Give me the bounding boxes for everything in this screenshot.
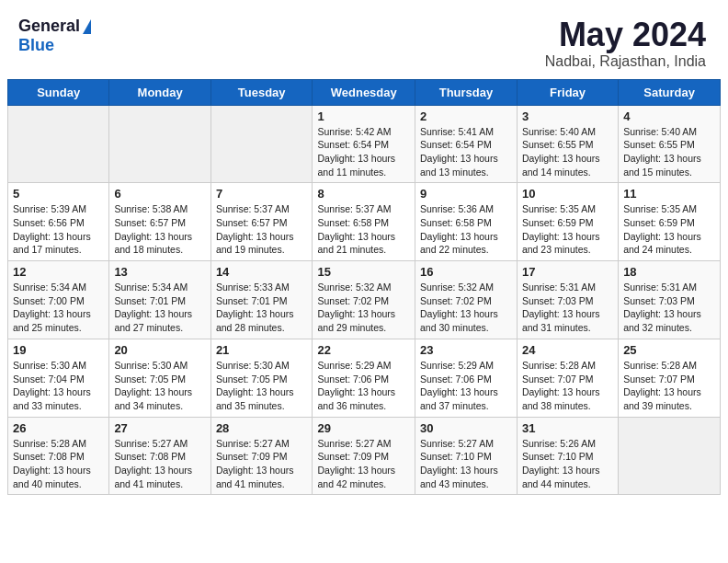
day-info: Sunrise: 5:27 AM Sunset: 7:10 PM Dayligh… [420,437,512,491]
calendar-cell: 11Sunrise: 5:35 AM Sunset: 6:59 PM Dayli… [619,183,721,261]
week-row-2: 5Sunrise: 5:39 AM Sunset: 6:56 PM Daylig… [8,183,721,261]
day-info: Sunrise: 5:28 AM Sunset: 7:07 PM Dayligh… [623,359,715,413]
calendar-title: May 2024 [545,17,706,53]
week-row-4: 19Sunrise: 5:30 AM Sunset: 7:04 PM Dayli… [8,339,721,417]
calendar-cell: 31Sunrise: 5:26 AM Sunset: 7:10 PM Dayli… [517,417,618,495]
day-info: Sunrise: 5:32 AM Sunset: 7:02 PM Dayligh… [317,281,410,335]
calendar-cell: 3Sunrise: 5:40 AM Sunset: 6:55 PM Daylig… [517,105,618,183]
day-number: 12 [13,265,104,279]
day-info: Sunrise: 5:40 AM Sunset: 6:55 PM Dayligh… [522,125,613,179]
weekday-header-tuesday: Tuesday [210,79,313,105]
calendar-cell: 24Sunrise: 5:28 AM Sunset: 7:07 PM Dayli… [517,339,618,417]
logo: General Blue [18,17,91,55]
calendar-subtitle: Nadbai, Rajasthan, India [545,53,706,70]
day-info: Sunrise: 5:28 AM Sunset: 7:07 PM Dayligh… [522,359,613,413]
day-info: Sunrise: 5:30 AM Sunset: 7:05 PM Dayligh… [216,359,308,413]
day-number: 21 [216,343,308,357]
calendar-cell: 12Sunrise: 5:34 AM Sunset: 7:00 PM Dayli… [8,261,109,339]
day-info: Sunrise: 5:39 AM Sunset: 6:56 PM Dayligh… [13,202,104,257]
day-number: 19 [13,343,104,357]
calendar-cell: 29Sunrise: 5:27 AM Sunset: 7:09 PM Dayli… [313,417,415,495]
day-info: Sunrise: 5:29 AM Sunset: 7:06 PM Dayligh… [420,359,512,413]
calendar-cell: 4Sunrise: 5:40 AM Sunset: 6:55 PM Daylig… [619,105,721,183]
day-info: Sunrise: 5:27 AM Sunset: 7:08 PM Dayligh… [114,437,205,491]
weekday-header-sunday: Sunday [8,79,109,105]
calendar-cell: 22Sunrise: 5:29 AM Sunset: 7:06 PM Dayli… [313,339,415,417]
weekday-header-saturday: Saturday [619,79,721,105]
day-number: 3 [522,109,613,123]
calendar-cell: 7Sunrise: 5:37 AM Sunset: 6:57 PM Daylig… [210,183,313,261]
day-info: Sunrise: 5:29 AM Sunset: 7:06 PM Dayligh… [317,359,410,413]
day-number: 20 [114,343,205,357]
day-number: 9 [420,187,512,201]
calendar-cell: 9Sunrise: 5:36 AM Sunset: 6:58 PM Daylig… [415,183,518,261]
weekday-header-friday: Friday [517,79,618,105]
week-row-5: 26Sunrise: 5:28 AM Sunset: 7:08 PM Dayli… [8,417,721,495]
day-number: 7 [216,187,308,201]
day-number: 17 [522,265,613,279]
day-number: 25 [623,343,715,357]
title-block: May 2024 Nadbai, Rajasthan, India [545,17,706,70]
day-number: 6 [114,187,205,201]
day-number: 22 [317,343,410,357]
calendar-cell: 8Sunrise: 5:37 AM Sunset: 6:58 PM Daylig… [313,183,415,261]
day-info: Sunrise: 5:41 AM Sunset: 6:54 PM Dayligh… [420,125,512,179]
week-row-1: 1Sunrise: 5:42 AM Sunset: 6:54 PM Daylig… [8,105,721,183]
day-info: Sunrise: 5:37 AM Sunset: 6:57 PM Dayligh… [216,202,308,257]
day-info: Sunrise: 5:36 AM Sunset: 6:58 PM Dayligh… [420,202,512,257]
calendar-cell: 1Sunrise: 5:42 AM Sunset: 6:54 PM Daylig… [313,105,415,183]
day-info: Sunrise: 5:33 AM Sunset: 7:01 PM Dayligh… [216,281,308,335]
day-info: Sunrise: 5:30 AM Sunset: 7:05 PM Dayligh… [114,359,205,413]
day-number: 1 [317,109,410,123]
day-number: 16 [420,265,512,279]
day-number: 14 [216,265,308,279]
calendar-wrapper: SundayMondayTuesdayWednesdayThursdayFrid… [0,79,728,512]
day-info: Sunrise: 5:34 AM Sunset: 7:00 PM Dayligh… [13,281,104,335]
day-info: Sunrise: 5:31 AM Sunset: 7:03 PM Dayligh… [623,281,715,335]
calendar-cell [109,105,210,183]
day-number: 23 [420,343,512,357]
calendar-cell: 30Sunrise: 5:27 AM Sunset: 7:10 PM Dayli… [415,417,518,495]
day-number: 27 [114,421,205,435]
calendar-cell: 13Sunrise: 5:34 AM Sunset: 7:01 PM Dayli… [109,261,210,339]
day-number: 26 [13,421,104,435]
day-number: 15 [317,265,410,279]
logo-icon [83,19,91,34]
day-info: Sunrise: 5:40 AM Sunset: 6:55 PM Dayligh… [623,125,715,179]
day-number: 18 [623,265,715,279]
weekday-header-monday: Monday [109,79,210,105]
day-number: 24 [522,343,613,357]
day-number: 31 [522,421,613,435]
calendar-body: 1Sunrise: 5:42 AM Sunset: 6:54 PM Daylig… [8,105,721,495]
day-number: 10 [522,187,613,201]
page-header: General Blue May 2024 Nadbai, Rajasthan,… [0,0,728,79]
logo-general-text: General [18,17,80,36]
day-info: Sunrise: 5:26 AM Sunset: 7:10 PM Dayligh… [522,437,613,491]
calendar-cell: 5Sunrise: 5:39 AM Sunset: 6:56 PM Daylig… [8,183,109,261]
day-number: 4 [623,109,715,123]
day-info: Sunrise: 5:35 AM Sunset: 6:59 PM Dayligh… [522,202,613,257]
calendar-cell: 20Sunrise: 5:30 AM Sunset: 7:05 PM Dayli… [109,339,210,417]
day-info: Sunrise: 5:32 AM Sunset: 7:02 PM Dayligh… [420,281,512,335]
day-info: Sunrise: 5:35 AM Sunset: 6:59 PM Dayligh… [623,202,715,257]
day-number: 13 [114,265,205,279]
day-info: Sunrise: 5:28 AM Sunset: 7:08 PM Dayligh… [13,437,104,491]
day-number: 8 [317,187,410,201]
calendar-cell: 14Sunrise: 5:33 AM Sunset: 7:01 PM Dayli… [210,261,313,339]
calendar-cell: 27Sunrise: 5:27 AM Sunset: 7:08 PM Dayli… [109,417,210,495]
day-number: 30 [420,421,512,435]
calendar-cell [210,105,313,183]
calendar-cell: 23Sunrise: 5:29 AM Sunset: 7:06 PM Dayli… [415,339,518,417]
calendar-cell: 15Sunrise: 5:32 AM Sunset: 7:02 PM Dayli… [313,261,415,339]
day-info: Sunrise: 5:37 AM Sunset: 6:58 PM Dayligh… [317,202,410,257]
calendar-cell: 18Sunrise: 5:31 AM Sunset: 7:03 PM Dayli… [619,261,721,339]
calendar-cell: 10Sunrise: 5:35 AM Sunset: 6:59 PM Dayli… [517,183,618,261]
weekday-header-thursday: Thursday [415,79,518,105]
day-info: Sunrise: 5:27 AM Sunset: 7:09 PM Dayligh… [216,437,308,491]
calendar-cell [619,417,721,495]
day-number: 28 [216,421,308,435]
calendar-cell: 28Sunrise: 5:27 AM Sunset: 7:09 PM Dayli… [210,417,313,495]
calendar-cell: 17Sunrise: 5:31 AM Sunset: 7:03 PM Dayli… [517,261,618,339]
calendar-cell: 16Sunrise: 5:32 AM Sunset: 7:02 PM Dayli… [415,261,518,339]
day-info: Sunrise: 5:42 AM Sunset: 6:54 PM Dayligh… [317,125,410,179]
